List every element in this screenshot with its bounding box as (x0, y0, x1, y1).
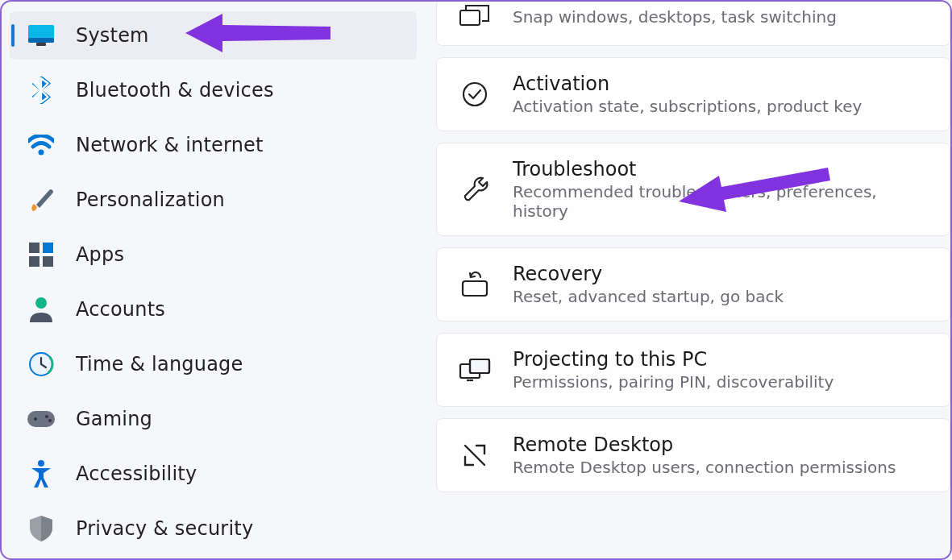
svg-point-17 (464, 83, 486, 106)
card-activation[interactable]: Activation Activation state, subscriptio… (436, 57, 950, 131)
sidebar-item-privacy[interactable]: Privacy & security (10, 504, 417, 553)
card-remote-desktop[interactable]: Remote Desktop Remote Desktop users, con… (436, 418, 950, 492)
sidebar-item-personalization[interactable]: Personalization (10, 176, 417, 224)
sidebar-item-label: Time & language (76, 353, 243, 375)
svg-rect-7 (43, 256, 53, 267)
sidebar-item-label: Bluetooth & devices (76, 79, 274, 102)
display-icon (27, 22, 55, 49)
card-projecting[interactable]: Projecting to this PC Permissions, pairi… (436, 333, 950, 407)
check-circle-icon (458, 77, 492, 111)
sidebar-item-time-language[interactable]: Time & language (10, 340, 417, 388)
clock-icon (27, 351, 55, 378)
sidebar-item-label: Gaming (76, 408, 152, 430)
card-multitasking[interactable]: Snap windows, desktops, task switching (436, 0, 950, 46)
card-title: Projecting to this PC (513, 348, 932, 371)
bluetooth-icon (27, 77, 55, 104)
svg-point-14 (48, 419, 52, 422)
remote-icon (458, 438, 492, 472)
card-subtitle: Remote Desktop users, connection permiss… (513, 458, 932, 477)
sidebar-item-accessibility[interactable]: Accessibility (10, 450, 417, 498)
sidebar-item-label: Accessibility (76, 463, 197, 485)
sidebar-item-label: Apps (76, 243, 124, 266)
apps-icon (27, 241, 55, 268)
settings-sidebar: System Bluetooth & devices Network & int… (2, 2, 425, 558)
multitask-icon (458, 0, 492, 34)
sidebar-item-bluetooth[interactable]: Bluetooth & devices (10, 66, 417, 114)
card-title: Activation (513, 73, 932, 95)
svg-rect-20 (470, 359, 489, 373)
wrench-icon (458, 172, 492, 206)
accessibility-icon (27, 460, 55, 487)
svg-rect-2 (36, 43, 46, 46)
card-subtitle: Permissions, pairing PIN, discoverabilit… (513, 372, 932, 392)
svg-rect-4 (29, 243, 39, 253)
svg-rect-6 (29, 256, 39, 267)
gamepad-icon (27, 405, 55, 433)
card-subtitle: Snap windows, desktops, task switching (513, 7, 932, 27)
card-title: Troubleshoot (513, 158, 932, 180)
wifi-icon (27, 131, 55, 159)
brush-icon (27, 186, 55, 214)
svg-rect-5 (43, 243, 53, 253)
card-recovery[interactable]: Recovery Reset, advanced startup, go bac… (436, 247, 950, 321)
sidebar-item-label: Personalization (76, 189, 225, 211)
card-title: Recovery (513, 263, 932, 285)
svg-point-15 (38, 460, 44, 467)
card-subtitle: Recommended troubleshooters, preferences… (513, 182, 932, 221)
svg-point-3 (39, 150, 44, 156)
sidebar-item-apps[interactable]: Apps (10, 230, 417, 279)
sidebar-item-label: Privacy & security (76, 517, 253, 540)
svg-point-12 (34, 417, 37, 421)
project-icon (458, 353, 492, 387)
sidebar-item-system[interactable]: System (10, 11, 417, 60)
sidebar-item-gaming[interactable]: Gaming (10, 395, 417, 443)
sidebar-item-label: Accounts (76, 298, 165, 321)
card-subtitle: Activation state, subscriptions, product… (513, 97, 932, 116)
svg-rect-16 (460, 10, 480, 25)
sidebar-item-label: System (76, 24, 149, 47)
sidebar-item-label: Network & internet (76, 134, 264, 156)
svg-rect-11 (27, 411, 55, 427)
person-icon (27, 296, 55, 323)
svg-point-13 (45, 415, 48, 418)
card-title: Remote Desktop (513, 433, 932, 456)
card-troubleshoot[interactable]: Troubleshoot Recommended troubleshooters… (436, 143, 950, 236)
card-subtitle: Reset, advanced startup, go back (513, 287, 932, 306)
svg-point-8 (35, 297, 47, 309)
svg-rect-18 (463, 281, 487, 296)
recovery-icon (458, 268, 492, 301)
shield-icon (27, 515, 55, 542)
sidebar-item-network[interactable]: Network & internet (10, 121, 417, 169)
svg-rect-1 (28, 38, 54, 43)
settings-main-panel: Snap windows, desktops, task switching A… (425, 2, 950, 558)
sidebar-item-accounts[interactable]: Accounts (10, 285, 417, 334)
